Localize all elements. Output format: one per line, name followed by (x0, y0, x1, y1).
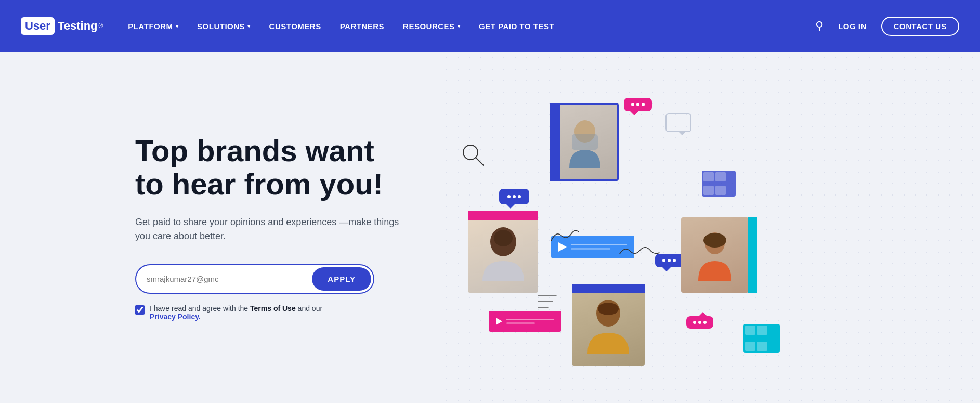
film-cell (757, 326, 767, 335)
bubble-dot (636, 103, 639, 106)
apply-button[interactable]: APPLY (312, 267, 371, 291)
film-cell (757, 342, 767, 351)
nav-customers-label: CUSTOMERS (269, 22, 321, 31)
svg-rect-1 (572, 134, 598, 150)
video-card-2 (489, 311, 561, 332)
nav-partners-label: PARTNERS (340, 22, 384, 31)
film-strip-2 (702, 171, 736, 197)
person-card-1 (551, 103, 619, 181)
film-cell (715, 172, 726, 181)
svg-point-7 (598, 303, 619, 315)
person-silhouette-1 (564, 116, 606, 168)
pink-accent-2 (468, 211, 538, 220)
logo-user-text: User (25, 19, 50, 32)
cyan-accent-3 (748, 217, 757, 293)
terms-link[interactable]: Terms of Use (250, 304, 296, 313)
film-cell (715, 186, 726, 195)
video-line (571, 248, 610, 250)
bubble-dot (642, 103, 645, 106)
nav-platform[interactable]: PLATFORM ▾ (128, 22, 178, 31)
nav-partners[interactable]: PARTNERS (340, 22, 384, 31)
terms-checkbox-wrap: I have read and agree with the Terms of … (135, 304, 406, 321)
wave-line (619, 243, 660, 259)
search-icon[interactable]: ⚲ (815, 19, 824, 33)
chevron-down-icon: ▾ (247, 23, 251, 29)
blue-accent-4 (572, 284, 645, 293)
bubble-dot (703, 321, 707, 324)
bubble-dot (518, 195, 521, 198)
and-text: and our (298, 304, 322, 313)
person-silhouette-3 (694, 229, 736, 281)
bubble-dot (673, 259, 676, 262)
email-form: APPLY (135, 264, 374, 294)
logo-reg-text: ® (99, 22, 103, 30)
nav-customers[interactable]: CUSTOMERS (269, 22, 321, 31)
nav-resources[interactable]: RESOURCES ▾ (403, 22, 460, 31)
film-row (745, 326, 778, 335)
video-line (506, 319, 554, 320)
hero-illustration (437, 93, 876, 363)
nav-resources-label: RESOURCES (403, 22, 455, 31)
film-row (703, 172, 734, 181)
bubble-tail (662, 267, 671, 271)
terms-checkbox[interactable] (135, 305, 145, 315)
search-squiggle (458, 139, 489, 171)
nav-right: ⚲ LOG IN CONTACT US (815, 17, 959, 36)
contact-us-button[interactable]: CONTACT US (881, 17, 959, 36)
film-cell (745, 342, 755, 351)
bubble-dot (513, 195, 516, 198)
squiggle-1 (548, 228, 580, 243)
person-card-3 (681, 217, 749, 293)
hero-content: Top brands want to hear from you! Get pa… (135, 134, 406, 321)
hero-heading: Top brands want to hear from you! (135, 134, 406, 201)
bubble-tail (506, 204, 515, 209)
film-cell (703, 186, 714, 195)
svg-point-5 (703, 233, 726, 248)
film-strip-1 (743, 324, 780, 353)
privacy-link[interactable]: Privacy Policy. (150, 313, 322, 321)
play-icon-2 (496, 318, 502, 325)
nav-platform-label: PLATFORM (128, 22, 173, 31)
nav-solutions-label: SOLUTIONS (197, 22, 245, 31)
svg-line-9 (476, 158, 484, 165)
hero-section: Top brands want to hear from you! Get pa… (0, 52, 980, 403)
bubble-dot (698, 321, 701, 324)
svg-point-3 (494, 230, 513, 246)
nav-get-paid-label: GET PAID TO TEST (479, 22, 554, 31)
squiggle-2 (538, 290, 564, 311)
chevron-down-icon: ▾ (458, 23, 461, 29)
nav-get-paid[interactable]: GET PAID TO TEST (479, 22, 554, 31)
film-cell (703, 172, 714, 181)
blue-accent-1 (550, 103, 560, 181)
checkbox-text: I have read and agree with the (150, 304, 250, 313)
bubble-tail (699, 312, 707, 316)
bubble-tail (630, 111, 638, 115)
film-row (745, 342, 778, 351)
video-lines-2 (506, 319, 554, 324)
chat-bubble-4 (686, 316, 713, 329)
video-line (506, 322, 535, 324)
bubble-dot (507, 195, 511, 198)
logo[interactable]: User Testing ® (21, 17, 103, 35)
bubble-dot (668, 259, 671, 262)
bubble-dot (631, 103, 634, 106)
play-icon (558, 242, 567, 252)
logo-testing-text: Testing (58, 19, 98, 33)
navigation: User Testing ® PLATFORM ▾ SOLUTIONS ▾ CU… (0, 0, 980, 52)
person-card-2 (468, 212, 538, 293)
nav-solutions[interactable]: SOLUTIONS ▾ (197, 22, 251, 31)
person-silhouette-2 (480, 224, 527, 281)
film-row (703, 186, 734, 195)
terms-text: I have read and agree with the Terms of … (150, 304, 322, 321)
hero-subtext: Get paid to share your opinions and expe… (135, 215, 406, 243)
chat-bubble-2 (499, 189, 529, 204)
logo-box: User (21, 17, 55, 35)
email-input[interactable] (136, 267, 310, 291)
chat-bubble-1 (624, 98, 652, 111)
outline-bubble (665, 113, 691, 132)
film-cell (745, 326, 755, 335)
bubble-dot (662, 259, 665, 262)
person-silhouette-4 (585, 296, 632, 354)
bubble-dot (693, 321, 696, 324)
login-button[interactable]: LOG IN (838, 22, 867, 31)
